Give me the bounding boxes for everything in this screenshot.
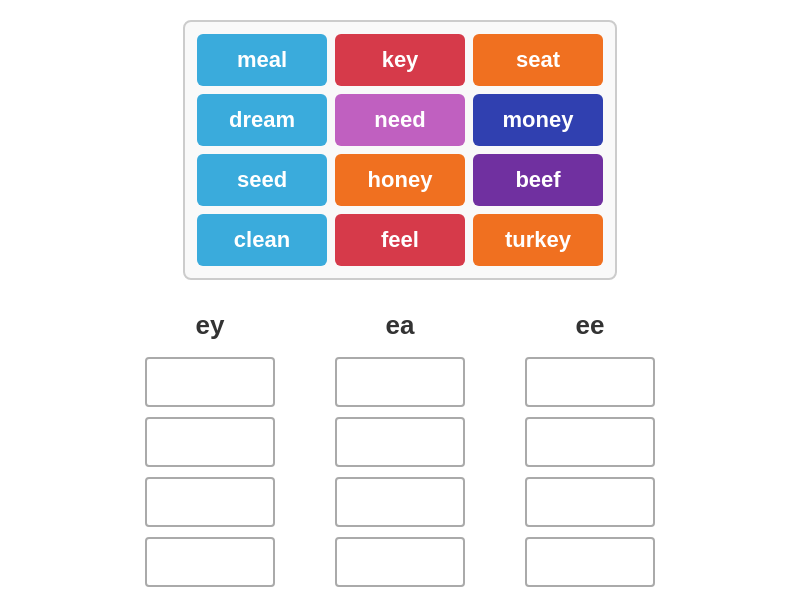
word-tile-need[interactable]: need [335, 94, 465, 146]
sort-box-ea-2[interactable] [335, 477, 465, 527]
word-tile-clean[interactable]: clean [197, 214, 327, 266]
sort-box-ee-0[interactable] [525, 357, 655, 407]
sort-column-ey: ey [145, 310, 275, 587]
word-tile-seat[interactable]: seat [473, 34, 603, 86]
word-tile-beef[interactable]: beef [473, 154, 603, 206]
sort-box-ea-1[interactable] [335, 417, 465, 467]
sort-box-ee-3[interactable] [525, 537, 655, 587]
sort-box-ey-1[interactable] [145, 417, 275, 467]
word-tile-money[interactable]: money [473, 94, 603, 146]
word-tile-feel[interactable]: feel [335, 214, 465, 266]
sort-box-ey-0[interactable] [145, 357, 275, 407]
word-tile-key[interactable]: key [335, 34, 465, 86]
word-tile-honey[interactable]: honey [335, 154, 465, 206]
sort-column-ee: ee [525, 310, 655, 587]
word-tile-dream[interactable]: dream [197, 94, 327, 146]
sort-header-ey: ey [196, 310, 225, 341]
sort-header-ee: ee [576, 310, 605, 341]
sort-box-ea-0[interactable] [335, 357, 465, 407]
sort-column-ea: ea [335, 310, 465, 587]
sort-box-ee-2[interactable] [525, 477, 655, 527]
sort-area: eyeaee [145, 310, 655, 587]
sort-box-ey-2[interactable] [145, 477, 275, 527]
word-tile-seed[interactable]: seed [197, 154, 327, 206]
word-bank: mealkeyseatdreamneedmoneyseedhoneybeefcl… [183, 20, 617, 280]
word-tile-meal[interactable]: meal [197, 34, 327, 86]
word-tile-turkey[interactable]: turkey [473, 214, 603, 266]
sort-box-ea-3[interactable] [335, 537, 465, 587]
sort-box-ey-3[interactable] [145, 537, 275, 587]
sort-header-ea: ea [386, 310, 415, 341]
sort-box-ee-1[interactable] [525, 417, 655, 467]
